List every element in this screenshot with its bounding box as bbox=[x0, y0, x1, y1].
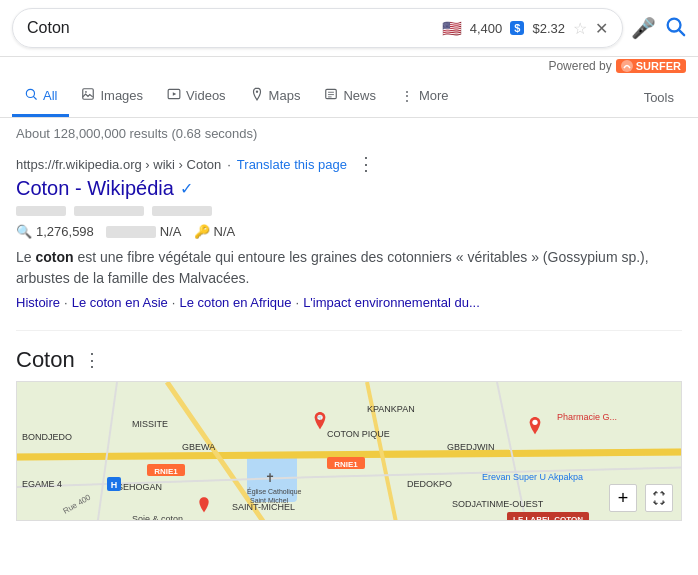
placeholder-box-1 bbox=[16, 206, 66, 216]
knowledge-more-button[interactable]: ⋮ bbox=[83, 349, 101, 371]
close-icon[interactable]: ✕ bbox=[595, 19, 608, 38]
map-background: RNIE1 RNIE1 BONDJEDO MISSITE KPANKPAN GB… bbox=[17, 382, 681, 520]
result-url: https://fr.wikipedia.org › wiki › Coton bbox=[16, 157, 221, 172]
powered-by-label: Powered by bbox=[548, 59, 611, 73]
svg-text:✝: ✝ bbox=[265, 471, 275, 485]
url-separator: · bbox=[227, 157, 231, 172]
svg-text:SODJATINME-OUEST: SODJATINME-OUEST bbox=[452, 499, 544, 509]
powered-by-bar: Powered by SURFER bbox=[0, 57, 698, 77]
search-stats: 4,400 bbox=[470, 21, 503, 36]
more-icon: ⋮ bbox=[400, 88, 414, 104]
knowledge-title-text: Coton bbox=[16, 347, 75, 373]
svg-text:MISSITE: MISSITE bbox=[132, 419, 168, 429]
tab-images-label: Images bbox=[100, 88, 143, 103]
dollar-amount: $2.32 bbox=[532, 21, 565, 36]
tools-button[interactable]: Tools bbox=[632, 80, 686, 115]
map-pin-3[interactable] bbox=[197, 497, 211, 515]
results-count: About 128,000,000 results (0.68 seconds) bbox=[16, 126, 682, 141]
svg-marker-8 bbox=[173, 92, 177, 96]
search-button-icon[interactable] bbox=[664, 15, 686, 42]
result-link-histoire[interactable]: Histoire bbox=[16, 295, 60, 310]
link-sep-3: · bbox=[296, 295, 300, 310]
svg-point-44 bbox=[532, 420, 537, 425]
result-links: Histoire · Le coton en Asie · Le coton e… bbox=[16, 295, 682, 310]
result-link-afrique[interactable]: Le coton en Afrique bbox=[179, 295, 291, 310]
result-snippet: Le coton est une fibre végétale qui ento… bbox=[16, 247, 682, 289]
tab-more[interactable]: ⋮ More bbox=[388, 78, 461, 117]
svg-text:Erevan Super U Akpakpa: Erevan Super U Akpakpa bbox=[482, 472, 583, 482]
metric-search: 🔍 1,276,598 bbox=[16, 224, 94, 239]
knowledge-section: Coton ⋮ bbox=[16, 330, 682, 521]
key-icon: 🔑 bbox=[194, 224, 210, 239]
tab-all-label: All bbox=[43, 88, 57, 103]
svg-text:Soie & coton: Soie & coton bbox=[132, 514, 183, 520]
metrics-row: 🔍 1,276,598 N/A 🔑 N/A bbox=[16, 224, 682, 239]
placeholder-row bbox=[16, 206, 682, 216]
svg-line-1 bbox=[679, 30, 684, 35]
svg-text:COTON PIQUE: COTON PIQUE bbox=[327, 429, 390, 439]
tab-images[interactable]: Images bbox=[69, 77, 155, 117]
images-icon bbox=[81, 87, 95, 104]
svg-text:DEDOKPO: DEDOKPO bbox=[407, 479, 452, 489]
result-link-asie[interactable]: Le coton en Asie bbox=[72, 295, 168, 310]
svg-text:Pharmacie G...: Pharmacie G... bbox=[557, 412, 617, 422]
map-zoom-in-button[interactable]: + bbox=[609, 484, 637, 512]
metric-search-value: 1,276,598 bbox=[36, 224, 94, 239]
map-container[interactable]: RNIE1 RNIE1 BONDJEDO MISSITE KPANKPAN GB… bbox=[16, 381, 682, 521]
star-icon[interactable]: ☆ bbox=[573, 19, 587, 38]
tab-news-label: News bbox=[343, 88, 376, 103]
metric-display: N/A bbox=[106, 224, 182, 239]
svg-text:GBEDJWIN: GBEDJWIN bbox=[447, 442, 495, 452]
result-url-row: https://fr.wikipedia.org › wiki › Coton … bbox=[16, 153, 682, 175]
metric-key: 🔑 N/A bbox=[194, 224, 236, 239]
dollar-badge: $ bbox=[510, 21, 524, 35]
map-pin-2[interactable] bbox=[527, 417, 543, 437]
svg-point-6 bbox=[86, 91, 88, 93]
result-link-impact[interactable]: L'impact environnemental du... bbox=[303, 295, 480, 310]
map-pin-1[interactable]: 🛒 bbox=[312, 412, 328, 432]
tab-maps[interactable]: Maps bbox=[238, 77, 313, 117]
tab-maps-label: Maps bbox=[269, 88, 301, 103]
link-sep-2: · bbox=[172, 295, 176, 310]
placeholder-box-3 bbox=[152, 206, 212, 216]
svg-text:EGAME 4: EGAME 4 bbox=[22, 479, 62, 489]
svg-point-9 bbox=[255, 91, 257, 93]
metric-box-1 bbox=[106, 226, 156, 238]
top-bar: 🇺🇸 4,400 $ $2.32 ☆ ✕ 🎤 bbox=[0, 0, 698, 57]
link-sep-1: · bbox=[64, 295, 68, 310]
svg-text:RNIE1: RNIE1 bbox=[154, 467, 178, 476]
svg-text:KPANKPAN: KPANKPAN bbox=[367, 404, 415, 414]
result-url-path: › wiki › Coton bbox=[145, 157, 221, 172]
nav-tabs: All Images Videos Maps bbox=[0, 77, 698, 118]
more-dots-button[interactable]: ⋮ bbox=[357, 153, 375, 175]
verified-badge: ✓ bbox=[180, 179, 193, 198]
search-input[interactable] bbox=[27, 19, 434, 37]
news-icon bbox=[324, 87, 338, 104]
translate-link[interactable]: Translate this page bbox=[237, 157, 347, 172]
metric-display-label: N/A bbox=[160, 224, 182, 239]
svg-text:SEHOGAN: SEHOGAN bbox=[117, 482, 162, 492]
svg-text:Église Catholique: Église Catholique bbox=[247, 487, 302, 496]
svg-text:BONDJEDO: BONDJEDO bbox=[22, 432, 72, 442]
svg-text:🛒: 🛒 bbox=[317, 414, 323, 421]
surfer-label: SURFER bbox=[636, 60, 681, 72]
mic-icon[interactable]: 🎤 bbox=[631, 16, 656, 40]
tab-videos[interactable]: Videos bbox=[155, 77, 238, 117]
placeholder-box-2 bbox=[74, 206, 144, 216]
result-title[interactable]: Coton - Wikipédia ✓ bbox=[16, 177, 682, 200]
result-url-base: https://fr.wikipedia.org bbox=[16, 157, 142, 172]
search-box-right: 🇺🇸 4,400 $ $2.32 ☆ ✕ bbox=[442, 19, 608, 38]
tab-all[interactable]: All bbox=[12, 77, 69, 117]
main-content: About 128,000,000 results (0.68 seconds)… bbox=[0, 118, 698, 529]
result-title-text: Coton - Wikipédia bbox=[16, 177, 174, 200]
map-expand-button[interactable] bbox=[645, 484, 673, 512]
svg-text:LE LABEL COTON: LE LABEL COTON bbox=[513, 515, 583, 520]
search-box: 🇺🇸 4,400 $ $2.32 ☆ ✕ bbox=[12, 8, 623, 48]
videos-icon bbox=[167, 87, 181, 104]
svg-text:GBEWA: GBEWA bbox=[182, 442, 215, 452]
svg-text:RNIE1: RNIE1 bbox=[334, 460, 358, 469]
tab-videos-label: Videos bbox=[186, 88, 226, 103]
tab-news[interactable]: News bbox=[312, 77, 388, 117]
svg-rect-5 bbox=[83, 89, 94, 100]
metric-key-label: N/A bbox=[214, 224, 236, 239]
